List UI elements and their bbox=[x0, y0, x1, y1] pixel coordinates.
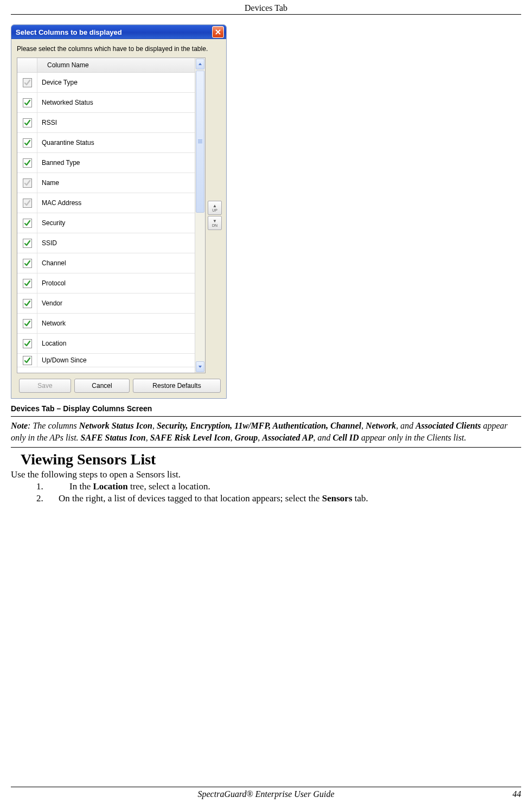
checkbox bbox=[23, 78, 32, 87]
columns-listbox: Column Name Device TypeNetworked StatusR… bbox=[17, 58, 206, 373]
list-item-label: Security bbox=[37, 219, 195, 227]
checkbox bbox=[23, 178, 32, 188]
dialog-instruction: Please select the columns which have to … bbox=[17, 44, 221, 53]
checkbox[interactable] bbox=[23, 219, 32, 228]
list-item-label: Up/Down Since bbox=[37, 356, 195, 364]
section-intro: Use the following steps to open a Sensor… bbox=[11, 469, 521, 480]
list-item-label: Device Type bbox=[37, 79, 195, 86]
list-item-label: RSSI bbox=[37, 119, 195, 126]
page-footer: SpectraGuard® Enterprise User Guide 44 bbox=[11, 787, 521, 799]
cancel-button[interactable]: Cancel bbox=[74, 379, 130, 393]
list-item-label: SSID bbox=[37, 239, 195, 247]
page-number: 44 bbox=[351, 789, 521, 799]
divider bbox=[11, 416, 521, 417]
steps-list: In the Location tree, select a location.… bbox=[46, 481, 521, 504]
close-icon bbox=[215, 28, 221, 36]
column-header-row: Column Name bbox=[17, 58, 195, 73]
list-item-label: Protocol bbox=[37, 279, 195, 287]
checkbox[interactable] bbox=[23, 259, 32, 268]
checkbox[interactable] bbox=[23, 158, 32, 168]
divider bbox=[11, 447, 521, 448]
footer-title: SpectraGuard® Enterprise User Guide bbox=[181, 789, 351, 799]
chevron-down-icon: ▼ bbox=[213, 219, 217, 224]
list-item-label: Networked Status bbox=[37, 99, 195, 106]
checkbox[interactable] bbox=[23, 279, 32, 288]
list-item[interactable]: Location bbox=[17, 334, 195, 354]
list-item[interactable]: Name bbox=[17, 173, 195, 193]
move-up-button[interactable]: ▲ UP bbox=[208, 201, 222, 215]
dialog-body: Please select the columns which have to … bbox=[11, 39, 226, 398]
list-item[interactable]: Security bbox=[17, 213, 195, 233]
list-item[interactable]: Networked Status bbox=[17, 93, 195, 113]
restore-defaults-button[interactable]: Restore Defaults bbox=[133, 379, 221, 393]
checkbox[interactable] bbox=[23, 118, 32, 127]
list-item-label: Location bbox=[37, 340, 195, 347]
list-item[interactable]: Network bbox=[17, 314, 195, 334]
list-item-label: Quarantine Status bbox=[37, 139, 195, 146]
column-header-label[interactable]: Column Name bbox=[37, 58, 195, 72]
page-header: Devices Tab bbox=[11, 0, 521, 15]
list-item[interactable]: Channel bbox=[17, 253, 195, 273]
list-item-label: Name bbox=[37, 179, 195, 187]
list-item[interactable]: Quarantine Status bbox=[17, 133, 195, 153]
list-item[interactable]: RSSI bbox=[17, 113, 195, 133]
step-2: On the right, a list of devices tagged t… bbox=[46, 493, 521, 504]
scrollbar[interactable] bbox=[195, 58, 205, 373]
checkbox[interactable] bbox=[23, 339, 32, 348]
list-item[interactable]: Vendor bbox=[17, 294, 195, 314]
figure-caption: Devices Tab – Display Columns Screen bbox=[11, 404, 521, 413]
list-item[interactable]: Device Type bbox=[17, 73, 195, 93]
save-button[interactable]: Save bbox=[19, 379, 71, 393]
list-item[interactable]: SSID bbox=[17, 233, 195, 253]
list-item[interactable]: MAC Address bbox=[17, 193, 195, 213]
scroll-up-icon[interactable] bbox=[196, 59, 204, 69]
checkbox[interactable] bbox=[23, 138, 32, 148]
checkbox[interactable] bbox=[23, 98, 32, 107]
dialog-title: Select Columns to be displayed bbox=[16, 28, 122, 36]
list-item-label: MAC Address bbox=[37, 199, 195, 207]
scroll-down-icon[interactable] bbox=[196, 361, 204, 372]
header-title: Devices Tab bbox=[245, 3, 287, 12]
list-item-label: Banned Type bbox=[37, 159, 195, 167]
list-item-label: Network bbox=[37, 320, 195, 327]
checkbox[interactable] bbox=[23, 356, 32, 365]
list-item[interactable]: Banned Type bbox=[17, 153, 195, 173]
scroll-thumb[interactable] bbox=[196, 71, 204, 213]
checkbox bbox=[23, 199, 32, 208]
checkbox[interactable] bbox=[23, 239, 32, 248]
move-down-button[interactable]: ▼ DN bbox=[208, 216, 222, 230]
list-item[interactable]: Protocol bbox=[17, 273, 195, 294]
checkbox[interactable] bbox=[23, 299, 32, 308]
chevron-up-icon: ▲ bbox=[213, 204, 217, 208]
section-heading: Viewing Sensors List bbox=[21, 451, 521, 468]
list-item-label: Vendor bbox=[37, 299, 195, 307]
list-item[interactable]: Up/Down Since bbox=[17, 354, 195, 367]
dialog-titlebar: Select Columns to be displayed bbox=[11, 25, 226, 39]
select-columns-dialog: Select Columns to be displayed Please se… bbox=[11, 24, 227, 399]
note-paragraph: Note: The columns Network Status Icon, S… bbox=[11, 420, 521, 444]
step-1: In the Location tree, select a location. bbox=[46, 481, 521, 492]
list-item-label: Channel bbox=[37, 259, 195, 267]
close-button[interactable] bbox=[212, 26, 224, 38]
checkbox[interactable] bbox=[23, 319, 32, 328]
